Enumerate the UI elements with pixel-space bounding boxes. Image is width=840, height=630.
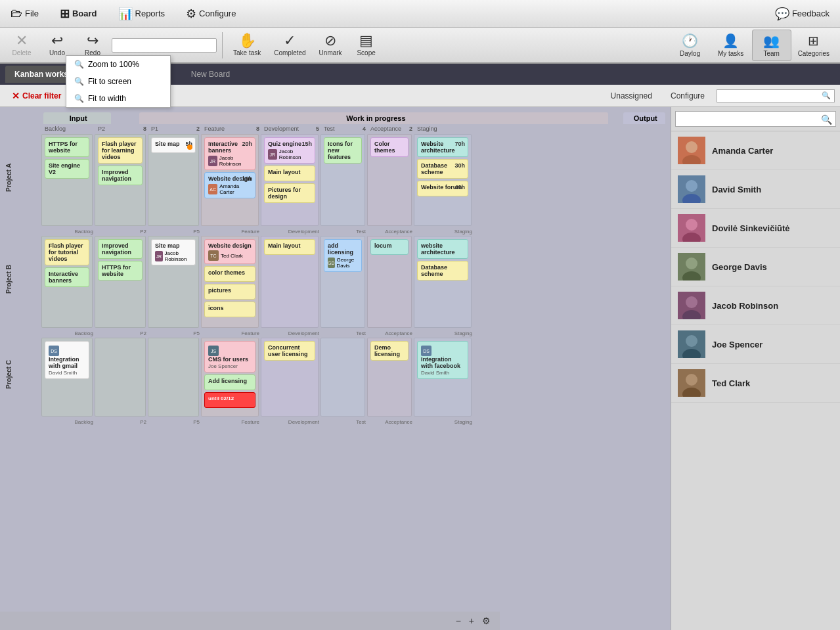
configure-menu[interactable]: ⚙ Configure [181,4,241,24]
card-pictures-b[interactable]: pictures [204,284,255,300]
card-main-layout-a[interactable]: Main layout [264,166,315,181]
project-b-backlog[interactable]: Flash player for tutorial videos Interac… [41,236,93,328]
card-demo-licensing-c[interactable]: Demo licensing [370,341,409,361]
card-improved-nav-a[interactable]: Improved navigation [98,166,143,185]
team-member-amanda[interactable]: Amanda Carter [671,131,840,170]
card-cms-users-c[interactable]: JS CMS for users Joe Spencer [204,341,255,372]
zoom-out-button[interactable]: − [452,614,465,627]
card-quiz-engine-a[interactable]: Quiz engine 15h JR Jacob Robinson [264,137,315,164]
project-a-acceptance[interactable]: Color themes [367,134,412,226]
card-database-scheme-a[interactable]: Database scheme 30h [417,159,468,179]
project-b-p2[interactable]: Improved navigation HTTPS for website [95,236,146,328]
project-c-backlog[interactable]: DS Integration with gmail David Smith [41,338,93,416]
card-flash-learning[interactable]: Flash player for learning videos [98,137,143,164]
my-tasks-button[interactable]: 👤 My tasks [711,30,751,61]
card-main-layout-b[interactable]: Main layout [264,239,315,255]
unassigned-button[interactable]: Unassigned [604,89,659,103]
project-b-feature[interactable]: Website design TC Ted Clark color themes… [201,236,259,328]
project-a-test[interactable]: Icons for new features [321,134,365,226]
feedback-menu[interactable]: 💬 Feedback [770,4,835,24]
take-task-button[interactable]: ✋ Take task [228,31,266,59]
new-board-tab[interactable]: New Board [182,66,239,83]
categories-icon: ⊞ [808,33,819,49]
project-c-acceptance[interactable]: Demo licensing [367,338,412,416]
file-menu[interactable]: 🗁 File [5,4,44,23]
project-a-p1[interactable]: Site map 5h [148,134,199,226]
project-b-acceptance[interactable]: locum [367,236,412,328]
card-pictures-design-a[interactable]: Pictures for design [264,183,315,203]
output-section-header: Output [623,112,665,124]
card-database-scheme-b[interactable]: Database scheme [417,261,468,281]
unmark-button[interactable]: ⊘ Unmark [314,31,347,59]
project-c-feature[interactable]: JS CMS for users Joe Spencer Add licensi… [201,338,259,416]
card-site-engine[interactable]: Site engine V2 [45,159,89,179]
project-a-feature[interactable]: Interactive banners 20h JR Jacob Robinso… [201,134,259,226]
zoom-in-button[interactable]: + [465,614,478,627]
team-filter-input[interactable] [675,111,836,127]
project-a-backlog[interactable]: HTTPS for website Site engine V2 [41,134,93,226]
card-improved-nav-b[interactable]: Improved navigation [98,239,143,259]
card-integration-gmail-c[interactable]: DS Integration with gmail David Smith [45,341,89,379]
team-member-name-george: George Davis [712,262,767,272]
team-panel: 🔍 Amanda Carter David S [671,107,840,630]
card-site-map-b[interactable]: Site map JR Jacob Robinson [151,239,196,265]
fit-screen-option[interactable]: 🔍 Fit to screen [66,73,170,90]
card-website-architecture-a[interactable]: Website architecture 70h [417,137,468,157]
project-c-staging[interactable]: DS Integration with facebook David Smith [414,338,472,416]
card-integration-facebook-c[interactable]: DS Integration with facebook David Smith [417,341,468,379]
card-concurrent-licensing-c[interactable]: Concurrent user licensing [264,341,315,361]
card-locum-b[interactable]: locum [370,239,409,255]
card-color-themes-a[interactable]: Color themes [370,137,409,157]
project-b-test[interactable]: add licensing GD George Davis [321,236,365,328]
clear-filter-button[interactable]: ✕ Clear filter [5,88,68,104]
team-search-input[interactable] [717,89,835,102]
project-a-development[interactable]: Quiz engine 15h JR Jacob Robinson Main l… [261,134,319,226]
card-deadline-c[interactable]: until 02/12 [204,392,255,408]
card-interactive-banners-b[interactable]: Interactive banners [45,267,89,287]
configure-filter-button[interactable]: Configure [664,89,711,103]
delete-button[interactable]: ✕ Delete [5,31,38,59]
scope-button[interactable]: ▤ Scope [350,31,383,59]
card-site-map-a[interactable]: Site map 5h [151,137,196,153]
card-add-licensing-c[interactable]: Add licensing [204,374,255,390]
fit-width-option[interactable]: 🔍 Fit to width [66,90,170,107]
team-member-george[interactable]: George Davis [671,248,840,286]
reports-menu[interactable]: 📊 Reports [113,4,171,24]
project-c-p2[interactable] [95,338,146,416]
card-website-arch-b[interactable]: website architecture [417,239,468,259]
project-a-staging[interactable]: Website architecture 70h Database scheme… [414,134,472,226]
team-member-dovile[interactable]: Dovilė Sinkevičiūtė [671,209,840,248]
daylog-button[interactable]: 🕐 Daylog [671,30,710,61]
team-member-ted[interactable]: Ted Clark [671,364,840,403]
team-member-jacob[interactable]: Jacob Robinson [671,286,840,325]
team-member-joe[interactable]: Joe Spencer [671,325,840,364]
project-b-p1[interactable]: Site map JR Jacob Robinson [148,236,199,328]
project-c-test[interactable] [321,338,365,416]
zoom-settings-button[interactable]: ⚙ [478,614,495,627]
board-menu[interactable]: ⊞ Board [55,4,102,24]
card-interactive-banners-a[interactable]: Interactive banners 20h JR Jacob Robinso… [204,137,255,170]
categories-button[interactable]: ⊞ Categories [793,30,835,61]
project-c-p1[interactable] [148,338,199,416]
card-flash-tutorial-b[interactable]: Flash player for tutorial videos [45,239,89,265]
card-https-website-b[interactable]: HTTPS for website [98,261,143,281]
card-icons-features-a[interactable]: Icons for new features [324,137,362,164]
project-a-p2[interactable]: Flash player for learning videos Improve… [95,134,146,226]
team-button[interactable]: 👥 Team [752,30,791,61]
card-icons-b[interactable]: icons [204,302,255,317]
search-input[interactable] [112,38,217,53]
card-website-design-a-feature[interactable]: Website design 15h AC Amanda Carter [204,172,255,198]
card-website-design-b[interactable]: Website design TC Ted Clark [204,239,255,264]
card-https-website[interactable]: HTTPS for website [45,137,89,157]
card-add-licensing-b[interactable]: add licensing GD George Davis [324,239,362,272]
project-b-staging[interactable]: website architecture Database scheme [414,236,472,328]
team-member-avatar-dovile [678,214,705,242]
project-c-development[interactable]: Concurrent user licensing [261,338,319,416]
card-color-themes-b-feature[interactable]: color themes [204,266,255,282]
zoom-100-option[interactable]: 🔍 Zoom to 100% [66,56,170,73]
completed-button[interactable]: ✓ Completed [269,31,311,59]
board-area[interactable]: Input Work in progress Output Backlog [0,107,671,630]
project-b-development[interactable]: Main layout [261,236,319,328]
card-website-forum-a[interactable]: Website forum 40h [417,181,468,196]
team-member-david[interactable]: David Smith [671,170,840,209]
